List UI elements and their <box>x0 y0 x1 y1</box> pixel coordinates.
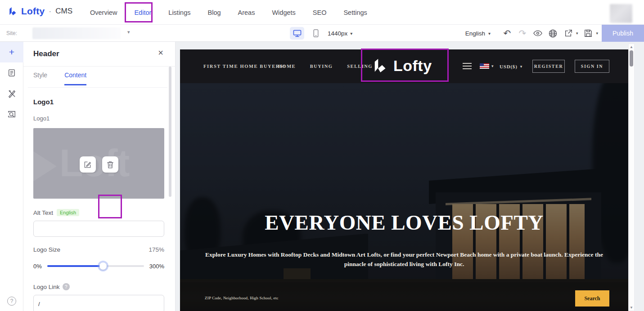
search-input[interactable]: ZIP Code, Neighborhood, High School, etc <box>205 296 279 300</box>
hero-search-bar[interactable]: ZIP Code, Neighborhood, High School, etc… <box>180 282 628 311</box>
site-menu-buying[interactable]: BUYING <box>310 64 333 69</box>
site-menu-selling[interactable]: SELLING <box>347 64 373 69</box>
hamburger-menu-icon[interactable] <box>463 63 472 69</box>
pages-button[interactable] <box>0 62 23 83</box>
panel-scrollbar[interactable] <box>169 67 171 197</box>
edit-logo-button[interactable] <box>80 156 96 173</box>
publish-button[interactable]: Publish <box>602 25 644 42</box>
scroll-up-icon[interactable]: ▲ <box>629 45 634 49</box>
alt-text-label: Alt Text <box>33 209 53 216</box>
hero-subtitle: Explore Luxury Homes with Rooftop Decks … <box>197 250 611 269</box>
nav-item-blog[interactable]: Blog <box>208 9 221 16</box>
signin-button[interactable]: SIGN IN <box>575 60 609 73</box>
close-icon[interactable]: × <box>158 48 163 57</box>
site-preview-canvas: FIRST TIME HOME BUYERS! HOME BUYING SELL… <box>180 49 628 311</box>
save-icon[interactable] <box>581 27 595 40</box>
cms-nav: Overview Editor Listings Blog Areas Widg… <box>90 0 367 25</box>
site-preview-area: FIRST TIME HOME BUYERS! HOME BUYING SELL… <box>176 42 644 311</box>
tab-content[interactable]: Content <box>64 71 86 85</box>
design-tools-icon <box>8 89 16 98</box>
brand-name: Lofty <box>21 6 45 17</box>
site-header: FIRST TIME HOME BUYERS! HOME BUYING SELL… <box>180 49 628 83</box>
slider-min-label: 0% <box>33 263 42 270</box>
viewport-width-select[interactable]: 1440px ▾ <box>328 30 352 37</box>
language-badge: English <box>57 209 79 216</box>
search-button[interactable]: Search <box>575 290 609 307</box>
page-inspector-button[interactable] <box>0 104 23 124</box>
page-search-icon <box>8 110 16 118</box>
currency-select[interactable]: USD($) ▾ <box>500 64 522 69</box>
logo-preview[interactable]: Loft <box>33 128 164 199</box>
export-caret-icon[interactable]: ▾ <box>576 31 578 36</box>
viewport-caret-icon: ▾ <box>350 31 352 36</box>
site-menu-home[interactable]: HOME <box>278 64 296 69</box>
tab-style[interactable]: Style <box>33 71 47 85</box>
desktop-view-button[interactable] <box>290 27 304 40</box>
site-logo[interactable]: Lofty <box>371 57 432 75</box>
device-toggle-group: 1440px ▾ <box>290 27 352 40</box>
design-tools-button[interactable] <box>0 83 23 104</box>
register-button[interactable]: REGISTER <box>532 60 565 73</box>
nav-item-seo[interactable]: SEO <box>313 9 327 16</box>
editor-left-rail: + ? <box>0 42 23 311</box>
nav-item-areas[interactable]: Areas <box>238 9 255 16</box>
mobile-view-button[interactable] <box>309 27 323 40</box>
scrollbar-thumb[interactable] <box>630 50 633 67</box>
slider-track[interactable] <box>47 265 144 267</box>
site-selector[interactable] <box>32 27 121 39</box>
language-caret-icon: ▾ <box>488 31 491 36</box>
site-menu: HOME BUYING SELLING <box>278 64 373 69</box>
help-icon[interactable]: ? <box>7 297 16 306</box>
slider-max-label: 300% <box>149 263 164 270</box>
us-flag-icon <box>480 63 489 69</box>
logo-link-help-icon[interactable]: ? <box>63 283 70 290</box>
logo-size-slider: 0% 300% <box>33 262 164 271</box>
export-share-icon[interactable] <box>562 27 575 40</box>
nav-item-widgets[interactable]: Widgets <box>272 9 295 16</box>
preview-scrollbar[interactable]: ▲ ▼ <box>628 44 635 311</box>
header-settings-panel: Header × Style Content Logo1 Logo1 Loft <box>23 42 176 311</box>
editor-toolbar: Site: ▾ 1440px ▾ English ▾ ↶ ↷ <box>0 25 644 42</box>
save-caret-icon[interactable]: ▾ <box>596 31 598 36</box>
pages-icon <box>8 69 16 77</box>
viewport-width-value: 1440px <box>328 30 347 37</box>
site-logo-text: Lofty <box>393 57 432 75</box>
language-select[interactable]: English ▾ <box>465 30 491 37</box>
avatar[interactable] <box>610 4 632 23</box>
site-label: Site: <box>6 30 17 36</box>
lofty-logo-icon <box>7 6 18 17</box>
divider <box>23 66 176 67</box>
hero-title: EVERYONE LOVES LOFTY <box>180 210 628 235</box>
site-caret-icon[interactable]: ▾ <box>127 29 130 35</box>
delete-logo-button[interactable] <box>102 156 118 173</box>
brand-separator: · <box>49 7 51 16</box>
logo-size-value: 175% <box>149 246 164 253</box>
lofty-cms-brand[interactable]: Lofty · CMS <box>7 6 72 17</box>
logo1-section-title: Logo1 <box>33 98 54 106</box>
currency-value: USD($) <box>500 64 518 69</box>
flag-caret-icon: ▾ <box>491 64 494 68</box>
panel-title: Header <box>33 49 59 58</box>
undo-icon[interactable]: ↶ <box>500 27 514 40</box>
divider <box>28 87 167 88</box>
add-widget-button[interactable]: + <box>0 42 23 62</box>
site-promo-link[interactable]: FIRST TIME HOME BUYERS! <box>203 64 286 69</box>
nav-item-editor[interactable]: Editor <box>134 9 151 16</box>
nav-item-settings[interactable]: Settings <box>343 9 367 16</box>
nav-item-overview[interactable]: Overview <box>90 9 117 16</box>
slider-thumb[interactable] <box>99 262 107 270</box>
alt-text-input[interactable] <box>33 221 164 237</box>
toolbar-actions: English ▾ ↶ ↷ ▾ <box>465 25 644 42</box>
currency-caret-icon: ▾ <box>520 64 522 69</box>
preview-eye-icon[interactable] <box>531 27 545 40</box>
globe-icon[interactable] <box>546 27 560 40</box>
nav-item-listings[interactable]: Listings <box>168 9 190 16</box>
brand-suffix: CMS <box>55 7 72 16</box>
logo-size-label: Logo Size <box>33 246 60 253</box>
language-flag-select[interactable]: ▾ <box>480 63 494 69</box>
logo-link-input[interactable] <box>33 295 164 311</box>
panel-tabs: Style Content <box>33 71 86 85</box>
logo1-field-label: Logo1 <box>33 115 50 122</box>
redo-icon[interactable]: ↷ <box>516 27 529 40</box>
scroll-down-icon[interactable]: ▼ <box>629 306 634 310</box>
